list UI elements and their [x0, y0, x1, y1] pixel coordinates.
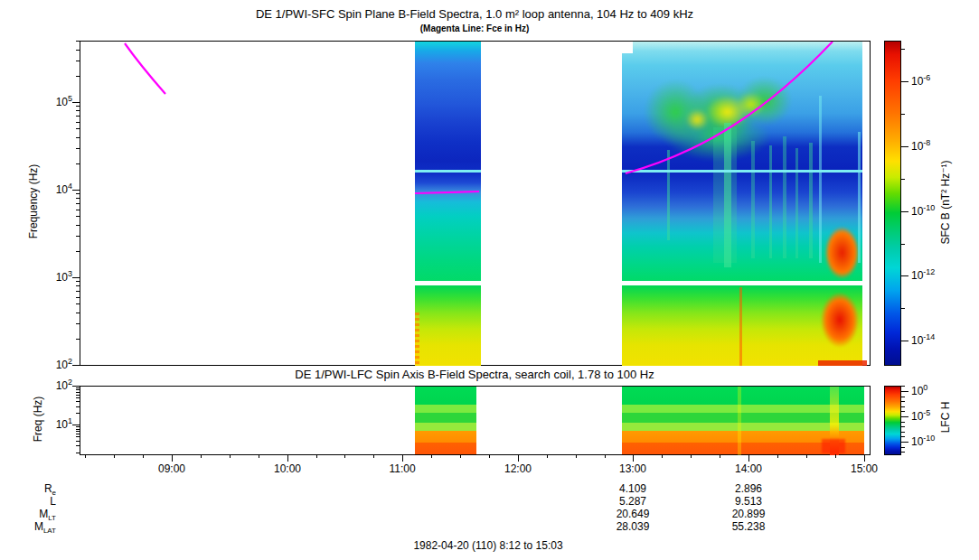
ephemeris-value: 9.513 — [712, 495, 785, 508]
sfc-y-minor-tick — [76, 198, 80, 199]
lfc-y-minor-tick — [76, 445, 80, 446]
lfc-cb-tick-label: 100 — [911, 383, 965, 397]
time-minor-tick — [489, 454, 490, 458]
lfc-cb-minor-tick — [901, 386, 905, 387]
lfc-data-segment-1 — [415, 387, 476, 454]
time-tick-label: 11:00 — [381, 462, 424, 475]
sfc-y-tick-label: 105 — [31, 94, 72, 108]
sfc-y-minor-tick — [76, 203, 80, 204]
interference-line-seg2 — [622, 170, 862, 173]
sfc-cb-major-tick — [901, 81, 908, 82]
sfc-cb-tick-label: 10-8 — [911, 138, 965, 153]
time-tick-label: 13:00 — [611, 462, 654, 475]
lfc-cb-minor-tick — [901, 447, 905, 448]
interference-line-seg1 — [415, 170, 481, 173]
sfc-y-major-tick — [72, 277, 80, 278]
sfc-cb-minor-tick — [901, 179, 905, 180]
date-range-label: 1982-04-20 (110) 8:12 to 15:03 — [307, 539, 669, 552]
time-tick-label: 09:00 — [150, 462, 193, 475]
lfc-cb-minor-tick — [901, 411, 905, 412]
sfc-cb-minor-tick — [901, 49, 905, 50]
lfc-spectrogram-panel — [80, 386, 871, 455]
time-tick-label: 12:00 — [496, 462, 540, 475]
time-major-tick — [633, 454, 634, 462]
lfc-cb-major-tick — [901, 416, 908, 417]
ephemeris-value: 20.649 — [597, 508, 669, 520]
sfc-y-minor-tick — [76, 225, 80, 226]
lfc-cb-minor-tick — [901, 436, 905, 437]
sfc-cb-tick-label: 10-12 — [911, 267, 965, 282]
sfc-cb-tick-label: 10-14 — [911, 332, 965, 347]
lfc-cb-minor-tick — [901, 397, 905, 397]
time-tick-label: 10:00 — [266, 462, 309, 475]
sfc-cb-minor-tick — [901, 244, 905, 245]
lfc-y-minor-tick — [76, 389, 80, 390]
time-minor-tick — [201, 454, 202, 458]
time-minor-tick — [777, 454, 778, 458]
time-minor-tick — [605, 454, 606, 458]
time-major-tick — [864, 454, 865, 462]
sfc-y-minor-tick — [76, 313, 80, 313]
lfc-cb-minor-tick — [901, 452, 905, 453]
figure-title: DE 1/PWI-SFC Spin Plane B-Field Spectra,… — [80, 7, 870, 21]
lfc-cb-major-tick — [901, 391, 908, 392]
time-minor-tick — [576, 454, 577, 458]
time-major-tick — [172, 454, 173, 462]
time-major-tick — [287, 454, 288, 462]
sfc-y-minor-tick — [76, 76, 80, 77]
lfc-cb-major-tick — [901, 442, 908, 443]
sfc-y-minor-tick — [76, 41, 80, 42]
lfc-cb-minor-tick — [901, 406, 905, 407]
overlay-lines-svg — [80, 42, 870, 365]
time-minor-tick — [114, 454, 115, 458]
sfc-y-major-tick — [72, 365, 80, 366]
time-minor-tick — [460, 454, 461, 458]
sfc-y-tick-label: 102 — [31, 357, 72, 371]
time-tick-label: 14:00 — [727, 462, 770, 475]
lfc-y-major-tick — [72, 425, 80, 425]
lfc-y-minor-tick — [76, 429, 80, 430]
time-minor-tick — [662, 454, 663, 458]
sfc-y-minor-tick — [76, 210, 80, 210]
sfc-y-minor-tick — [76, 297, 80, 298]
lfc-cb-tick-label: 10-5 — [911, 408, 965, 423]
sfc-y-minor-tick — [76, 193, 80, 194]
time-major-tick — [518, 454, 519, 462]
lfc-cb-tick-label: 10-10 — [911, 434, 965, 448]
sfc-y-minor-tick — [76, 303, 80, 304]
ephemeris-value: 28.039 — [597, 520, 669, 533]
sfc-y-major-tick — [72, 102, 80, 103]
sfc-cb-minor-tick — [901, 114, 905, 115]
lfc-y-tick-label: 101 — [31, 416, 72, 431]
lfc-y-minor-tick — [76, 453, 80, 453]
sfc-cb-major-tick — [901, 211, 908, 212]
sfc-y-minor-tick — [76, 122, 80, 123]
sfc-cb-major-tick — [901, 341, 908, 341]
ephemeris-value: 20.899 — [712, 508, 785, 520]
sfc-cb-major-tick — [901, 275, 908, 276]
sfc-y-minor-tick — [76, 148, 80, 149]
figure-subtitle: (Magenta Line: Fce in Hz) — [80, 23, 870, 33]
time-tick-label: 15:00 — [843, 462, 886, 475]
sfc-y-minor-tick — [76, 163, 80, 164]
ephemeris-value: 5.287 — [597, 495, 669, 508]
sfc-colorbar — [884, 41, 901, 366]
sfc-y-tick-label: 103 — [31, 269, 72, 284]
sfc-y-minor-tick — [76, 236, 80, 237]
lfc-y-minor-tick — [76, 436, 80, 437]
time-major-tick — [748, 454, 749, 462]
sfc-y-minor-tick — [76, 216, 80, 217]
fce-line-late — [626, 42, 833, 173]
sfc-y-major-tick — [72, 190, 80, 191]
fce-line-early — [125, 43, 165, 94]
lfc-y-tick-label: 102 — [31, 378, 72, 392]
ephemeris-value: 4.109 — [597, 482, 669, 495]
lfc-panel-title: DE 1/PWI-LFC Spin Axis B-Field Spectra, … — [80, 368, 870, 381]
sfc-cb-tick-label: 10-6 — [911, 73, 965, 88]
sfc-y-minor-tick — [76, 50, 80, 51]
lfc-colorbar — [884, 386, 901, 455]
sfc-cb-tick-label: 10-10 — [911, 203, 965, 218]
lfc-burst-hotspot — [822, 439, 845, 453]
lfc-y-minor-tick — [76, 431, 80, 432]
sfc-y-minor-tick — [76, 323, 80, 324]
